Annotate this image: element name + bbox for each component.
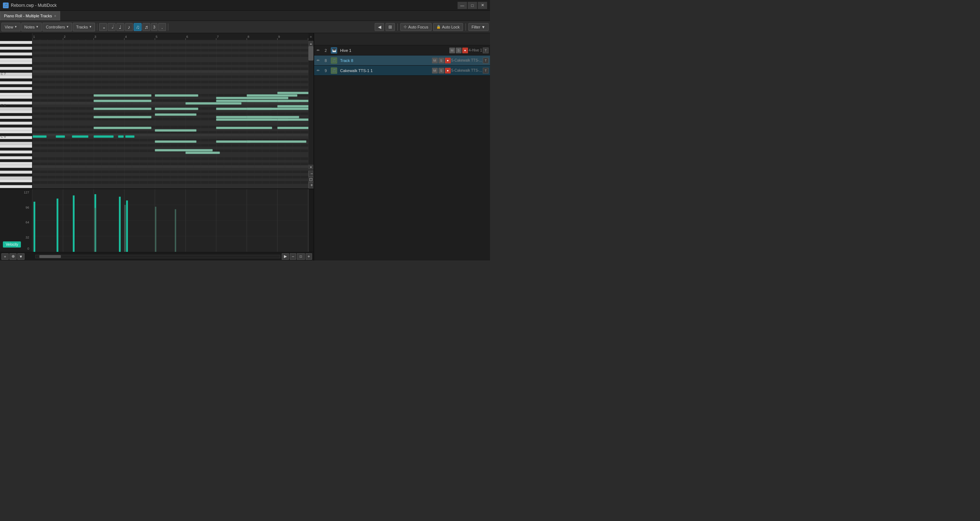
svg-text:4: 4: [125, 35, 127, 38]
settings-button[interactable]: ▼: [17, 253, 24, 260]
track-9-controls: M S ● 5-Cakewalk TTS-... T: [432, 68, 488, 73]
velocity-bars-area[interactable]: [32, 189, 309, 252]
track-list-item-2[interactable]: ✏ 2 🎹 Hive 1 M S ● 4-Hive 1 T: [314, 45, 490, 56]
dot-button[interactable]: .: [158, 23, 166, 31]
svg-rect-110: [94, 208, 96, 252]
track-list-item-8[interactable]: ✏ 8 🎵 Track 8 M S ● 5-Cakewalk TTS-... T: [314, 56, 490, 65]
thirty-second-note-button[interactable]: ♬: [142, 23, 150, 31]
track-2-edit-icon[interactable]: ✏: [316, 48, 321, 53]
svg-text:3: 3: [94, 35, 96, 38]
view-menu-button[interactable]: View ▼: [2, 23, 21, 31]
ruler: 1 2 3 4 5 6 7: [32, 33, 309, 40]
keys-and-grid-row: C 7 C 6 C 5: [0, 41, 313, 188]
h-scroll-thumb[interactable]: [39, 255, 61, 258]
svg-rect-52: [32, 41, 309, 188]
controllers-menu-button[interactable]: Controllers ▼: [43, 23, 72, 31]
title-bar-text: Reborn.cwp - MultiDock: [11, 3, 458, 8]
track-2-mute-button[interactable]: M: [449, 48, 455, 53]
svg-rect-65: [94, 100, 151, 102]
track-8-t-button[interactable]: T: [483, 57, 488, 64]
zoom-out-h-button[interactable]: −: [290, 253, 296, 260]
velocity-64-label: 64: [25, 220, 29, 224]
scroll-track[interactable]: [309, 46, 313, 165]
zoom-in-h-button[interactable]: +: [305, 253, 312, 260]
piano-roll-area: 1 2 3 4 5 6 7: [0, 33, 313, 260]
svg-rect-78: [216, 118, 288, 121]
eighth-note-button[interactable]: ♪: [125, 23, 133, 31]
whole-note-button[interactable]: 𝅝: [99, 23, 107, 31]
svg-rect-67: [216, 100, 288, 102]
track-2-record-button[interactable]: ●: [462, 48, 468, 53]
zoom-fit-button[interactable]: ⊡: [297, 253, 305, 260]
add-measure-button[interactable]: +: [309, 33, 313, 41]
scroll-thumb[interactable]: [309, 46, 313, 61]
title-bar-controls: — □ ✕: [458, 2, 487, 9]
track-8-mute-button[interactable]: M: [432, 57, 438, 64]
track-8-patch-name: 5-Cakewalk TTS-...: [452, 58, 482, 62]
controllers-dropdown-arrow: ▼: [66, 25, 69, 29]
track-8-edit-icon[interactable]: ✏: [316, 58, 321, 63]
note-number-button[interactable]: 3: [151, 23, 158, 31]
velocity-label-button[interactable]: Velocity: [3, 241, 21, 247]
quarter-note-button[interactable]: ♩: [116, 23, 124, 31]
note-grid-area[interactable]: [32, 41, 309, 188]
midi-notes-svg: [32, 41, 309, 188]
svg-rect-73: [247, 108, 309, 110]
tracks-dropdown-arrow: ▼: [89, 25, 92, 29]
horizontal-scrollbar[interactable]: [35, 255, 280, 258]
app-icon: 🎵: [3, 3, 9, 8]
zoom-neutral-button[interactable]: ⊡: [309, 177, 313, 182]
right-panel: ✏ 2 🎹 Hive 1 M S ● 4-Hive 1 T ✏ 8 🎵 Trac…: [313, 33, 490, 260]
svg-rect-77: [216, 116, 272, 118]
right-panel-header: [314, 33, 490, 45]
svg-text:6: 6: [186, 35, 188, 38]
track-2-t-button[interactable]: T: [483, 48, 488, 53]
piano-keys[interactable]: [0, 41, 32, 188]
track-9-solo-button[interactable]: S: [439, 68, 444, 73]
svg-text:7: 7: [217, 35, 219, 38]
piano-and-grid: 1 2 3 4 5 6 7: [0, 33, 313, 260]
transport-right-button[interactable]: ▶: [282, 253, 289, 260]
zoom-out-button[interactable]: −: [309, 170, 313, 177]
grid-nav-left[interactable]: ◀: [375, 23, 384, 31]
track-list-item-9[interactable]: ✏ 9 🎵 Cakewalk TTS-1 1 M S ● 5-Cakewalk …: [314, 65, 490, 76]
scroll-down-button[interactable]: ▼: [309, 165, 313, 170]
track-8-number: 8: [322, 58, 329, 63]
track-9-mute-button[interactable]: M: [432, 68, 438, 73]
track-9-t-button[interactable]: T: [483, 68, 488, 73]
filter-button[interactable]: Filter ▼: [468, 23, 488, 31]
close-button[interactable]: ✕: [478, 2, 487, 9]
track-9-edit-icon[interactable]: ✏: [316, 68, 321, 73]
filter-icon: ▼: [481, 25, 485, 29]
minimize-button[interactable]: —: [458, 2, 467, 9]
half-note-button[interactable]: 𝅗𝅥: [108, 23, 116, 31]
auto-lock-button[interactable]: 🔒 Auto Lock: [433, 23, 463, 31]
track-2-solo-button[interactable]: S: [456, 48, 461, 53]
velocity-scrollbar[interactable]: [309, 189, 313, 252]
toolbar-separator-4: [466, 24, 466, 30]
piano-roll-tab[interactable]: Piano Roll - Multiple Tracks ×: [0, 11, 60, 21]
track-8-record-button[interactable]: ●: [445, 57, 451, 64]
tab-close-button[interactable]: ×: [54, 14, 56, 18]
track-8-solo-button[interactable]: S: [439, 57, 444, 64]
svg-rect-106: [73, 195, 75, 252]
vertical-scrollbar[interactable]: ▲ ▼ − ⊡ +: [309, 41, 313, 188]
auto-focus-button[interactable]: ⊹ Auto Focus: [400, 23, 432, 31]
track-8-controls: M S ● 5-Cakewalk TTS-... T: [432, 57, 488, 64]
snap-button[interactable]: ⊕: [10, 253, 17, 260]
add-track-button[interactable]: +: [2, 253, 9, 260]
notes-dropdown-arrow: ▼: [36, 25, 38, 29]
maximize-button[interactable]: □: [468, 2, 477, 9]
title-bar: 🎵 Reborn.cwp - MultiDock — □ ✕: [0, 0, 490, 11]
tracks-menu-button[interactable]: Tracks ▼: [73, 23, 95, 31]
track-9-record-button[interactable]: ●: [445, 68, 451, 73]
zoom-in-button[interactable]: +: [309, 182, 313, 188]
notes-menu-button[interactable]: Notes ▼: [21, 23, 42, 31]
bottom-toolbar: + ⊕ ▼ ▶ − ⊡ +: [0, 252, 313, 260]
sixteenth-note-button[interactable]: ♫: [134, 23, 142, 31]
svg-text:1: 1: [33, 35, 35, 38]
tab-label: Piano Roll - Multiple Tracks: [4, 14, 52, 18]
grid-view-button[interactable]: ⊞: [385, 23, 395, 31]
scroll-up-button[interactable]: ▲: [309, 41, 313, 46]
track-8-name: Track 8: [339, 58, 431, 63]
